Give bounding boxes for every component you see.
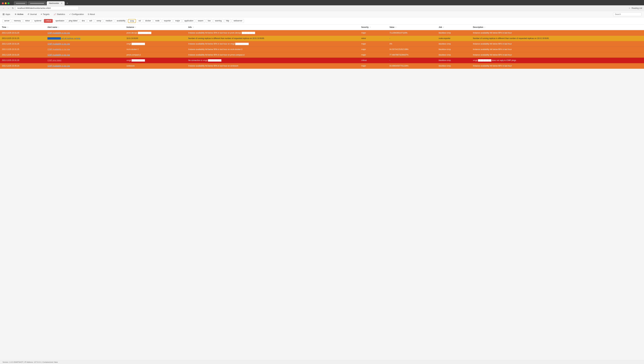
cell-description: Instance availability fell below 90% in …	[471, 52, 644, 58]
col-alert-name[interactable]: Alert name ↕	[46, 24, 125, 30]
col-description[interactable]: Description ↕	[471, 24, 644, 30]
cell-alert-name[interactable]: ICMP Availability is too low	[46, 41, 125, 47]
filter-tag-dns[interactable]: dns	[80, 19, 87, 23]
filter-tag-exporter[interactable]: exporter	[162, 19, 173, 23]
cell-description: Instance availability fell below 90% in …	[471, 47, 644, 52]
alert-link[interactable]: ICMP ping failed	[48, 59, 61, 62]
filter-tag-openbaton[interactable]: openbaton	[54, 19, 66, 23]
filter-tag-memory[interactable]: memory	[12, 19, 22, 23]
cell-info: Instance availability fell below 90% in …	[186, 63, 360, 69]
url-input[interactable]	[16, 6, 79, 10]
filter-tag-icmp[interactable]: icmp	[128, 19, 136, 23]
filter-tag-low[interactable]: low	[206, 19, 212, 23]
col-instance[interactable]: Instance ↕	[125, 24, 186, 30]
filter-tag-medium[interactable]: medium	[104, 19, 114, 23]
filter-tag-ping-failed[interactable]: ping failed	[67, 19, 79, 23]
cell-alert-name[interactable]: ICMP ping failed	[46, 58, 125, 63]
alert-link[interactable]: ICMP Availability is too low	[48, 54, 70, 56]
back-button[interactable]: ←	[2, 6, 5, 10]
filter-tag-ssh[interactable]: ssh	[88, 19, 94, 23]
table-header: Time ↕ Alert name ↕ Instance ↕ Info ↕ Se…	[0, 24, 644, 30]
filter-tag-warning[interactable]: warning	[213, 19, 223, 23]
col-info[interactable]: Info ↕	[186, 24, 360, 30]
app-logo: ⊞ Apps	[3, 13, 10, 16]
cell-severity: critical	[359, 58, 388, 63]
filter-tag-ssl[interactable]: ssl	[137, 19, 143, 23]
alert-link[interactable]: ICMP Availability is too low	[48, 43, 70, 45]
nav-journal[interactable]: ↺ Journal	[26, 12, 39, 16]
alert-link[interactable]: ICMP Availability is too low	[48, 32, 70, 34]
alert-link[interactable]: ICMP Availability is too low	[48, 48, 70, 50]
alert-link[interactable]: ██████████ not all replicas running	[48, 37, 80, 40]
nav-about[interactable]: ℹ About	[86, 12, 97, 16]
cell-alert-name[interactable]: ICMP Availability is too low	[46, 47, 125, 52]
cell-info: Instance availability fell below 90% in …	[186, 47, 360, 52]
filter-tag-swarm[interactable]: swarm	[196, 19, 205, 23]
cell-description: Number of running replicas is different …	[471, 36, 644, 41]
filter-tag-application[interactable]: application	[183, 19, 195, 23]
cell-instance: centosvm	[125, 63, 186, 69]
cell-info: Number of running replicas is different …	[186, 36, 360, 41]
cell-description: Instance availability fell below 90% in …	[471, 41, 644, 47]
col-time[interactable]: Time ↕	[0, 24, 46, 30]
cell-alert-name[interactable]: ICMP Availability is too low	[46, 30, 125, 36]
col-job[interactable]: Job ↕	[437, 24, 471, 30]
table-row: 2021/12/25 23:31:25██████████ not all re…	[0, 36, 644, 41]
nav-active[interactable]: ☆ Active	[13, 12, 25, 16]
filter-tag-snmp[interactable]: snmp	[95, 19, 103, 23]
filter-tag-availability[interactable]: availability	[115, 19, 127, 23]
alerts-table: Time ↕ Alert name ↕ Instance ↕ Info ↕ Se…	[0, 24, 644, 69]
maximize-window-button[interactable]	[8, 2, 10, 4]
info-icon: ℹ	[88, 13, 89, 16]
reload-button[interactable]: ↻	[11, 6, 15, 10]
star-icon: ☆	[15, 13, 17, 16]
check-icon: ✓	[69, 13, 71, 16]
cell-severity: major	[359, 30, 388, 36]
browser-tab-1[interactable]: ●●●●●●●●	[14, 1, 27, 5]
cell-info: Instance availability fell below 90% in …	[186, 41, 360, 47]
filter-tag-systemd[interactable]: systemd	[33, 19, 43, 23]
reading-list-label: Reading List	[631, 7, 642, 9]
cell-time: 2021/12/25 23:31:25	[0, 52, 46, 58]
filter-tag-webserver[interactable]: webserver	[232, 19, 244, 23]
cell-value: 77.46478873239437%	[388, 52, 437, 58]
address-bar: ← → ↻ ☆ Reading List	[0, 5, 644, 11]
cell-value: 83.90804597701154%	[388, 63, 437, 69]
browser-tab-alertmonitor[interactable]: Alertmonitor ✕	[47, 1, 65, 5]
nav-configuration[interactable]: ✓ Configuration	[67, 12, 86, 16]
table-row: 2021/12/25 23:35:24ICMP Availability is …	[0, 63, 644, 69]
browser-tab-2[interactable]: ●●●●●●●●●●●●	[28, 1, 46, 5]
cell-description: Instance availability fell below 90% in …	[471, 63, 644, 69]
col-severity[interactable]: Severity ↕	[359, 24, 388, 30]
search-input[interactable]	[613, 12, 641, 16]
col-value[interactable]: Value ↕	[388, 24, 437, 30]
filter-tag-docker[interactable]: docker	[143, 19, 153, 23]
filter-tag-node[interactable]: node	[154, 19, 161, 23]
journal-icon: ↺	[28, 13, 29, 16]
table-row: 2021/12/25 23:31:25ICMP Availability is …	[0, 47, 644, 52]
filter-tag-critical[interactable]: critical	[44, 19, 53, 23]
cell-job: blackbox-icmp	[437, 63, 471, 69]
sort-icon-instance: ↕	[135, 26, 136, 28]
cell-value: -	[388, 58, 437, 63]
new-tab-button[interactable]: +	[65, 1, 69, 5]
close-window-button[interactable]	[2, 2, 4, 4]
filter-tag-minor[interactable]: minor	[24, 19, 32, 23]
filter-tag-server[interactable]: server	[3, 19, 11, 23]
nav-targets[interactable]: ≡ Targets	[39, 12, 51, 16]
nav-statistics[interactable]: 📈 Statistics	[52, 12, 67, 16]
traffic-lights	[2, 2, 10, 4]
cell-alert-name[interactable]: ██████████ not all replicas running	[46, 36, 125, 41]
forward-button[interactable]: →	[7, 6, 10, 10]
cell-time: 2021/12/25 23:31:25	[0, 58, 46, 63]
alert-link[interactable]: ICMP Availability is too low	[48, 65, 70, 67]
cell-time: 2021/12/25 23:31:25	[0, 41, 46, 47]
minimize-window-button[interactable]	[5, 2, 7, 4]
cell-alert-name[interactable]: ICMP Availability is too low	[46, 52, 125, 58]
bookmark-icon: ☆	[628, 7, 630, 9]
filter-tag-major[interactable]: major	[173, 19, 182, 23]
close-tab-icon[interactable]: ✕	[61, 2, 63, 4]
cell-alert-name[interactable]: ICMP Availability is too low	[46, 63, 125, 69]
filter-tag-http[interactable]: http	[224, 19, 231, 23]
table-body: 2021/12/25 23:31:25ICMP Availability is …	[0, 30, 644, 69]
